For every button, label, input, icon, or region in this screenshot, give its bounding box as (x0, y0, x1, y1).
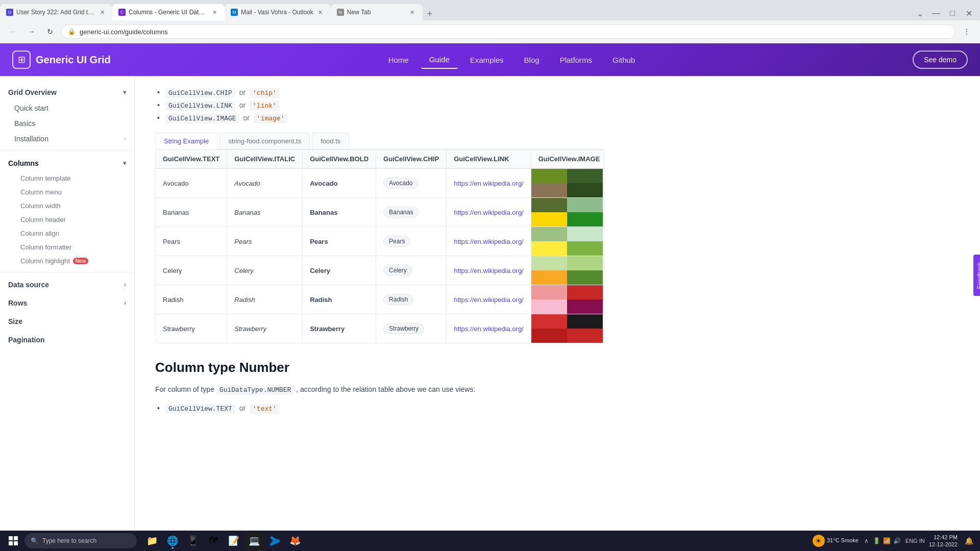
sidebar-section-header-columns[interactable]: Columns ▾ (0, 155, 134, 171)
app-logo[interactable]: ⊞ Generic UI Grid (12, 51, 111, 69)
sidebar-section-header-size[interactable]: Size (0, 313, 134, 330)
sidebar-section-header-grid-overview[interactable]: Grid Overview ▾ (0, 84, 134, 101)
code-link: GuiCellView.LINK (165, 101, 235, 111)
cell-chip-bananas: Bananas (376, 198, 447, 227)
cell-image-avocado (531, 168, 604, 198)
address-input[interactable]: 🔒 generic-ui.com/guide/columns (61, 24, 955, 39)
tab-close-1[interactable]: ✕ (98, 8, 106, 16)
tab-string-example[interactable]: String Example (155, 133, 217, 149)
tab-close-3[interactable]: ✕ (316, 8, 325, 16)
sidebar-item-column-highlight[interactable]: Column highlight New (0, 254, 134, 268)
code-chip-string: 'chip' (250, 88, 280, 98)
tab-title-3: Mail - Vasi Vohra - Outlook (241, 9, 313, 16)
sidebar-section-header-rows[interactable]: Rows › (0, 295, 134, 311)
sidebar-item-basics[interactable]: Basics (0, 116, 134, 131)
app-nav: Home Guide Examples Blog Platforms Githu… (127, 51, 896, 69)
cell-link-pears[interactable]: https://en.wikipedia.org/ (447, 227, 531, 256)
browser-tab-1[interactable]: U User Story 322: Add Grid to Com... ✕ (0, 4, 112, 20)
sidebar-item-label-column-align: Column align (20, 230, 59, 237)
th-chip: GuiCellView.CHIP (376, 150, 447, 168)
cell-italic-bananas: Bananas (227, 198, 303, 227)
tab-favicon-4: N (337, 9, 344, 16)
bullet-link: GuiCellView.LINK or 'link' (155, 101, 604, 110)
sidebar-section-size: Size (0, 313, 134, 330)
cell-link-avocado[interactable]: https://en.wikipedia.org/ (447, 168, 531, 198)
nav-github[interactable]: Github (604, 52, 643, 68)
table-row: Pears Pears Pears Pears https://en.wikip… (156, 227, 604, 256)
cell-link-radish[interactable]: https://en.wikipedia.org/ (447, 285, 531, 314)
new-tab-button[interactable]: ＋ (423, 6, 437, 20)
sidebar-section-header-data-source[interactable]: Data source › (0, 277, 134, 293)
cell-link-strawberry[interactable]: https://en.wikipedia.org/ (447, 314, 531, 343)
content-area: GuiCellView.CHIP or 'chip' GuiCellView.L… (135, 76, 980, 531)
table-row: Bananas Bananas Bananas Bananas https://… (156, 198, 604, 227)
tab-string-food-component[interactable]: string-food.component.ts (219, 133, 310, 149)
maximize-button[interactable]: □ (945, 6, 960, 20)
sidebar-item-column-header[interactable]: Column header (0, 213, 134, 227)
browser-chrome: U User Story 322: Add Grid to Com... ✕ C… (0, 0, 980, 43)
cell-italic-radish: Radish (227, 285, 303, 314)
nav-guide[interactable]: Guide (421, 51, 458, 69)
code-image: GuiCellView.IMAGE (165, 114, 239, 123)
browser-actions: ⋮ (960, 24, 974, 39)
sidebar-item-column-formatter[interactable]: Column formatter (0, 240, 134, 254)
cell-link-celery[interactable]: https://en.wikipedia.org/ (447, 256, 531, 285)
tab-title-2: Columns - Generic UI Data Grid (129, 9, 207, 16)
tab-list-button[interactable]: ⌄ (913, 6, 927, 20)
sidebar-section-header-pagination[interactable]: Pagination (0, 332, 134, 348)
tab-close-4[interactable]: ✕ (408, 8, 416, 16)
content-tab-group: String Example string-food.component.ts … (155, 133, 604, 149)
cell-bold-bananas: Bananas (303, 198, 376, 227)
or-number-text: or (239, 404, 246, 412)
tab-bar: U User Story 322: Add Grid to Com... ✕ C… (0, 0, 980, 20)
back-button[interactable]: ← (6, 24, 20, 39)
table-row: Celery Celery Celery Celery https://en.w… (156, 256, 604, 285)
minimize-button[interactable]: — (929, 6, 943, 20)
cell-link-bananas[interactable]: https://en.wikipedia.org/ (447, 198, 531, 227)
code-number-text-string: 'text' (250, 404, 280, 414)
cell-italic-celery: Celery (227, 256, 303, 285)
browser-tab-3[interactable]: M Mail - Vasi Vohra - Outlook ✕ (225, 4, 331, 20)
para-prefix: For column of type (155, 385, 216, 393)
browser-tab-2[interactable]: C Columns - Generic UI Data Grid ✕ (112, 4, 225, 20)
sidebar-item-column-menu[interactable]: Column menu (0, 185, 134, 199)
tab-food-ts[interactable]: food.ts (312, 133, 349, 149)
sidebar-item-installation[interactable]: Installation › (0, 131, 134, 146)
sidebar-item-label-column-formatter: Column formatter (20, 243, 71, 251)
nav-platforms[interactable]: Platforms (552, 52, 600, 68)
refresh-button[interactable]: ↻ (43, 24, 57, 39)
feedback-button[interactable]: Feedback (973, 255, 980, 296)
sidebar-item-column-template[interactable]: Column template (0, 171, 134, 185)
nav-blog[interactable]: Blog (516, 52, 548, 68)
sidebar-section-columns: Columns ▾ Column template Column menu Co… (0, 155, 134, 268)
table-body: Avocado Avocado Avocado Avocado https://… (156, 168, 604, 343)
sidebar-section-data-source: Data source › (0, 277, 134, 293)
cell-chip-pears: Pears (376, 227, 447, 256)
tab-close-2[interactable]: ✕ (210, 8, 218, 16)
sidebar-item-quick-start[interactable]: Quick start (0, 101, 134, 116)
taskbar: 🔍 Type here to search 📁 🌐 📱 🗺 📝 💻 🦊 ☀ 31… (0, 531, 980, 531)
bullet-image: GuiCellView.IMAGE or 'image' (155, 114, 604, 122)
code-image-string: 'image' (254, 114, 288, 123)
forward-button[interactable]: → (24, 24, 39, 39)
browser-tab-4[interactable]: N New Tab ✕ (331, 4, 423, 20)
see-demo-button[interactable]: See demo (913, 51, 968, 69)
data-table: GuiCellView.TEXT GuiCellView.ITALIC GuiC… (156, 150, 604, 343)
table-header: GuiCellView.TEXT GuiCellView.ITALIC GuiC… (156, 150, 604, 168)
nav-examples[interactable]: Examples (462, 52, 512, 68)
main-layout: Grid Overview ▾ Quick start Basics Insta… (0, 76, 980, 531)
sidebar-item-column-width[interactable]: Column width (0, 199, 134, 213)
sidebar-item-column-align[interactable]: Column align (0, 227, 134, 240)
or-chip: or (239, 88, 246, 96)
tab-favicon-1: U (6, 9, 13, 16)
close-window-button[interactable]: ✕ (962, 6, 976, 20)
cell-chip-celery: Celery (376, 256, 447, 285)
th-text: GuiCellView.TEXT (156, 150, 227, 168)
number-section: Column type Number For column of type Gu… (155, 360, 604, 413)
browser-menu-icon[interactable]: ⋮ (960, 24, 974, 39)
code-chip: GuiCellView.CHIP (165, 88, 235, 98)
sidebar-section-label-grid-overview: Grid Overview (8, 88, 57, 96)
nav-home[interactable]: Home (380, 52, 417, 68)
cell-text-celery: Celery (156, 256, 227, 285)
th-image: GuiCellView.IMAGE (531, 150, 604, 168)
